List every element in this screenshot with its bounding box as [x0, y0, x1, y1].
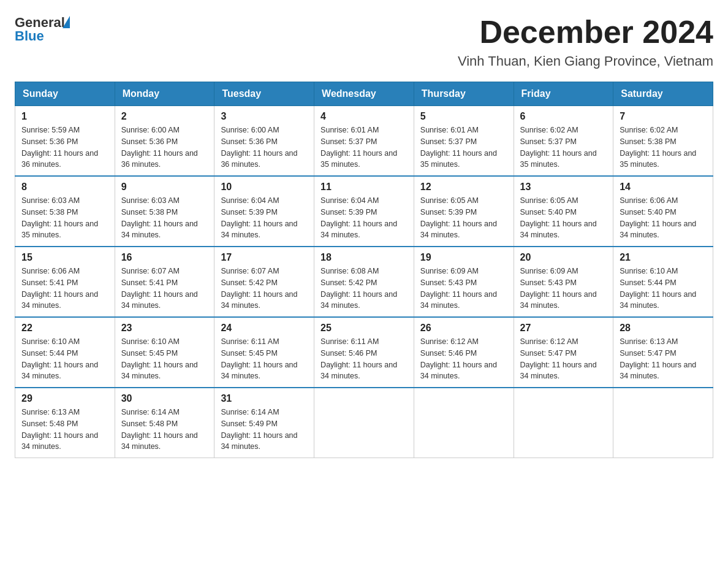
day-number: 12: [420, 182, 507, 193]
calendar-cell: 17Sunrise: 6:07 AMSunset: 5:42 PMDayligh…: [214, 247, 314, 317]
day-number: 8: [21, 182, 108, 193]
day-info: Sunrise: 5:59 AMSunset: 5:36 PMDaylight:…: [21, 124, 108, 170]
calendar-week-row: 8Sunrise: 6:03 AMSunset: 5:38 PMDaylight…: [15, 176, 713, 247]
day-info: Sunrise: 6:04 AMSunset: 5:39 PMDaylight:…: [221, 195, 308, 241]
day-info: Sunrise: 6:01 AMSunset: 5:37 PMDaylight:…: [420, 124, 507, 170]
calendar-cell: 24Sunrise: 6:11 AMSunset: 5:45 PMDayligh…: [214, 317, 314, 388]
logo-blue-text: Blue: [15, 28, 44, 44]
day-number: 9: [121, 182, 208, 193]
day-number: 31: [221, 393, 308, 404]
day-info: Sunrise: 6:02 AMSunset: 5:38 PMDaylight:…: [620, 124, 707, 170]
calendar-cell: 27Sunrise: 6:12 AMSunset: 5:47 PMDayligh…: [514, 317, 613, 388]
day-number: 10: [221, 182, 308, 193]
calendar-cell: 6Sunrise: 6:02 AMSunset: 5:37 PMDaylight…: [514, 106, 613, 177]
header-day-monday: Monday: [115, 82, 214, 106]
header-day-friday: Friday: [514, 82, 613, 106]
calendar-week-row: 1Sunrise: 5:59 AMSunset: 5:36 PMDaylight…: [15, 106, 713, 177]
day-info: Sunrise: 6:01 AMSunset: 5:37 PMDaylight:…: [320, 124, 408, 170]
header-day-thursday: Thursday: [414, 82, 514, 106]
day-number: 24: [221, 323, 308, 334]
calendar-cell: 23Sunrise: 6:10 AMSunset: 5:45 PMDayligh…: [115, 317, 214, 388]
day-info: Sunrise: 6:13 AMSunset: 5:47 PMDaylight:…: [620, 336, 707, 382]
day-info: Sunrise: 6:10 AMSunset: 5:44 PMDaylight:…: [21, 336, 108, 382]
day-number: 1: [21, 111, 108, 122]
calendar-cell: 14Sunrise: 6:06 AMSunset: 5:40 PMDayligh…: [613, 176, 713, 247]
calendar-cell: 31Sunrise: 6:14 AMSunset: 5:49 PMDayligh…: [214, 388, 314, 458]
header-day-saturday: Saturday: [613, 82, 713, 106]
day-info: Sunrise: 6:14 AMSunset: 5:49 PMDaylight:…: [221, 407, 308, 453]
day-number: 26: [420, 323, 507, 334]
calendar-cell: 4Sunrise: 6:01 AMSunset: 5:37 PMDaylight…: [314, 106, 414, 177]
day-info: Sunrise: 6:03 AMSunset: 5:38 PMDaylight:…: [21, 195, 108, 241]
calendar-cell: 19Sunrise: 6:09 AMSunset: 5:43 PMDayligh…: [414, 247, 514, 317]
calendar-cell: 10Sunrise: 6:04 AMSunset: 5:39 PMDayligh…: [214, 176, 314, 247]
day-info: Sunrise: 6:14 AMSunset: 5:48 PMDaylight:…: [121, 407, 208, 453]
day-info: Sunrise: 6:11 AMSunset: 5:46 PMDaylight:…: [320, 336, 408, 382]
header-day-wednesday: Wednesday: [314, 82, 414, 106]
day-number: 6: [520, 111, 607, 122]
calendar-cell: 9Sunrise: 6:03 AMSunset: 5:38 PMDaylight…: [115, 176, 214, 247]
calendar-cell: 21Sunrise: 6:10 AMSunset: 5:44 PMDayligh…: [613, 247, 713, 317]
day-info: Sunrise: 6:11 AMSunset: 5:45 PMDaylight:…: [221, 336, 308, 382]
day-number: 21: [620, 252, 707, 263]
day-info: Sunrise: 6:05 AMSunset: 5:40 PMDaylight:…: [520, 195, 607, 241]
calendar-table: SundayMondayTuesdayWednesdayThursdayFrid…: [15, 82, 713, 458]
day-number: 16: [121, 252, 208, 263]
calendar-cell: 11Sunrise: 6:04 AMSunset: 5:39 PMDayligh…: [314, 176, 414, 247]
day-number: 22: [21, 323, 108, 334]
day-number: 17: [221, 252, 308, 263]
calendar-cell: 29Sunrise: 6:13 AMSunset: 5:48 PMDayligh…: [15, 388, 115, 458]
header-day-sunday: Sunday: [15, 82, 115, 106]
logo-arrow-icon: [63, 16, 70, 28]
page-header: General Blue December 2024 Vinh Thuan, K…: [15, 15, 713, 69]
day-info: Sunrise: 6:13 AMSunset: 5:48 PMDaylight:…: [21, 407, 108, 453]
calendar-cell: [613, 388, 713, 458]
day-number: 15: [21, 252, 108, 263]
calendar-week-row: 29Sunrise: 6:13 AMSunset: 5:48 PMDayligh…: [15, 388, 713, 458]
calendar-cell: 22Sunrise: 6:10 AMSunset: 5:44 PMDayligh…: [15, 317, 115, 388]
calendar-cell: 12Sunrise: 6:05 AMSunset: 5:39 PMDayligh…: [414, 176, 514, 247]
day-number: 28: [620, 323, 707, 334]
calendar-cell: [514, 388, 613, 458]
day-info: Sunrise: 6:12 AMSunset: 5:47 PMDaylight:…: [520, 336, 607, 382]
day-number: 14: [620, 182, 707, 193]
day-info: Sunrise: 6:02 AMSunset: 5:37 PMDaylight:…: [520, 124, 607, 170]
day-number: 7: [620, 111, 707, 122]
calendar-cell: 1Sunrise: 5:59 AMSunset: 5:36 PMDaylight…: [15, 106, 115, 177]
day-info: Sunrise: 6:07 AMSunset: 5:41 PMDaylight:…: [121, 266, 208, 312]
day-number: 18: [320, 252, 408, 263]
logo: General Blue: [15, 15, 70, 44]
day-number: 29: [21, 393, 108, 404]
day-info: Sunrise: 6:05 AMSunset: 5:39 PMDaylight:…: [420, 195, 507, 241]
calendar-header-row: SundayMondayTuesdayWednesdayThursdayFrid…: [15, 82, 713, 106]
calendar-subtitle: Vinh Thuan, Kien Giang Province, Vietnam: [458, 53, 713, 69]
day-number: 27: [520, 323, 607, 334]
calendar-cell: 5Sunrise: 6:01 AMSunset: 5:37 PMDaylight…: [414, 106, 514, 177]
header-day-tuesday: Tuesday: [214, 82, 314, 106]
calendar-cell: 8Sunrise: 6:03 AMSunset: 5:38 PMDaylight…: [15, 176, 115, 247]
day-info: Sunrise: 6:04 AMSunset: 5:39 PMDaylight:…: [320, 195, 408, 241]
day-info: Sunrise: 6:00 AMSunset: 5:36 PMDaylight:…: [121, 124, 208, 170]
calendar-cell: 18Sunrise: 6:08 AMSunset: 5:42 PMDayligh…: [314, 247, 414, 317]
day-info: Sunrise: 6:06 AMSunset: 5:40 PMDaylight:…: [620, 195, 707, 241]
calendar-week-row: 22Sunrise: 6:10 AMSunset: 5:44 PMDayligh…: [15, 317, 713, 388]
calendar-cell: 2Sunrise: 6:00 AMSunset: 5:36 PMDaylight…: [115, 106, 214, 177]
day-info: Sunrise: 6:09 AMSunset: 5:43 PMDaylight:…: [520, 266, 607, 312]
day-number: 23: [121, 323, 208, 334]
calendar-cell: 28Sunrise: 6:13 AMSunset: 5:47 PMDayligh…: [613, 317, 713, 388]
calendar-cell: 15Sunrise: 6:06 AMSunset: 5:41 PMDayligh…: [15, 247, 115, 317]
day-number: 4: [320, 111, 408, 122]
calendar-title: December 2024: [458, 15, 713, 50]
title-section: December 2024 Vinh Thuan, Kien Giang Pro…: [458, 15, 713, 69]
calendar-cell: 30Sunrise: 6:14 AMSunset: 5:48 PMDayligh…: [115, 388, 214, 458]
day-number: 5: [420, 111, 507, 122]
calendar-cell: 16Sunrise: 6:07 AMSunset: 5:41 PMDayligh…: [115, 247, 214, 317]
day-number: 20: [520, 252, 607, 263]
day-info: Sunrise: 6:08 AMSunset: 5:42 PMDaylight:…: [320, 266, 408, 312]
day-number: 2: [121, 111, 208, 122]
calendar-cell: 3Sunrise: 6:00 AMSunset: 5:36 PMDaylight…: [214, 106, 314, 177]
day-info: Sunrise: 6:07 AMSunset: 5:42 PMDaylight:…: [221, 266, 308, 312]
day-number: 11: [320, 182, 408, 193]
day-number: 30: [121, 393, 208, 404]
day-info: Sunrise: 6:03 AMSunset: 5:38 PMDaylight:…: [121, 195, 208, 241]
